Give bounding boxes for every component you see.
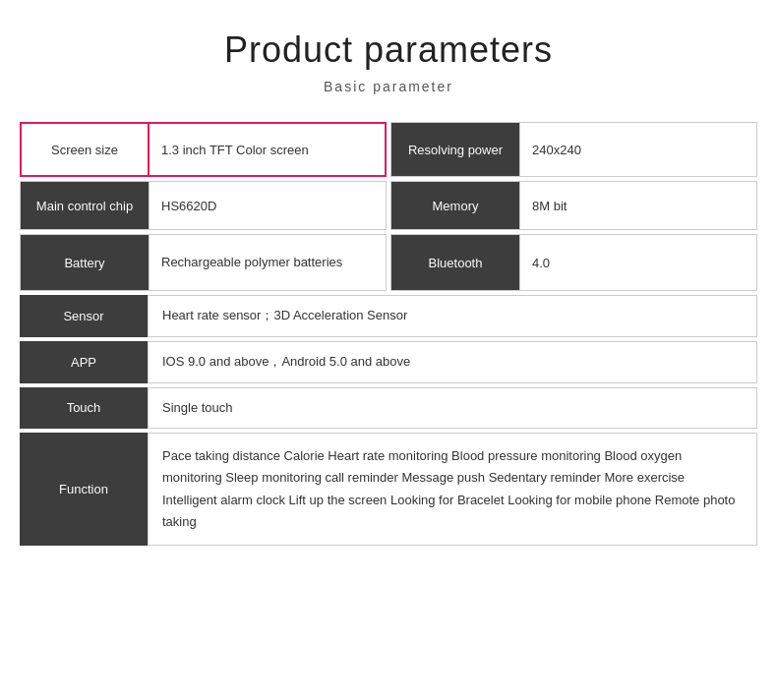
resolving-power-value: 240x240 (519, 123, 756, 176)
function-label: Function (20, 433, 148, 545)
page-container: Product parameters Basic parameter Scree… (0, 0, 777, 579)
main-chip-label: Main control chip (21, 182, 149, 229)
memory-label: Memory (391, 182, 519, 229)
row-battery-bluetooth: Battery Rechargeable polymer batteries B… (20, 234, 757, 291)
main-chip-cell: Main control chip HS6620D (20, 181, 387, 230)
row-sensor: Sensor Heart rate sensor；3D Acceleration… (20, 295, 757, 337)
sensor-label: Sensor (20, 295, 148, 337)
row-touch: Touch Single touch (20, 387, 757, 430)
memory-value: 8M bit (519, 182, 756, 229)
battery-label: Battery (21, 235, 149, 290)
page-title: Product parameters (20, 29, 757, 71)
screen-size-cell: Screen size 1.3 inch TFT Color screen (20, 122, 387, 177)
screen-size-value: 1.3 inch TFT Color screen (149, 124, 385, 175)
battery-value: Rechargeable polymer batteries (149, 235, 386, 290)
bluetooth-value: 4.0 (519, 235, 756, 290)
app-value: IOS 9.0 and above，Android 5.0 and above (148, 341, 757, 383)
touch-label: Touch (20, 387, 148, 430)
function-value: Pace taking distance Calorie Heart rate … (148, 433, 757, 545)
app-label: APP (20, 341, 148, 383)
row-app: APP IOS 9.0 and above，Android 5.0 and ab… (20, 341, 757, 383)
row-screen-resolving: Screen size 1.3 inch TFT Color screen Re… (20, 122, 757, 177)
screen-size-label: Screen size (22, 124, 149, 175)
resolving-power-label: Resolving power (391, 123, 519, 176)
resolving-power-cell: Resolving power 240x240 (390, 122, 757, 177)
memory-cell: Memory 8M bit (390, 181, 757, 230)
bluetooth-label: Bluetooth (391, 235, 519, 290)
main-chip-value: HS6620D (149, 182, 386, 229)
page-subtitle: Basic parameter (20, 79, 757, 94)
sensor-value: Heart rate sensor；3D Acceleration Sensor (148, 295, 757, 337)
bluetooth-cell: Bluetooth 4.0 (390, 234, 757, 291)
touch-value: Single touch (148, 387, 757, 430)
battery-cell: Battery Rechargeable polymer batteries (20, 234, 387, 291)
row-chip-memory: Main control chip HS6620D Memory 8M bit (20, 181, 757, 230)
row-function: Function Pace taking distance Calorie He… (20, 433, 757, 545)
